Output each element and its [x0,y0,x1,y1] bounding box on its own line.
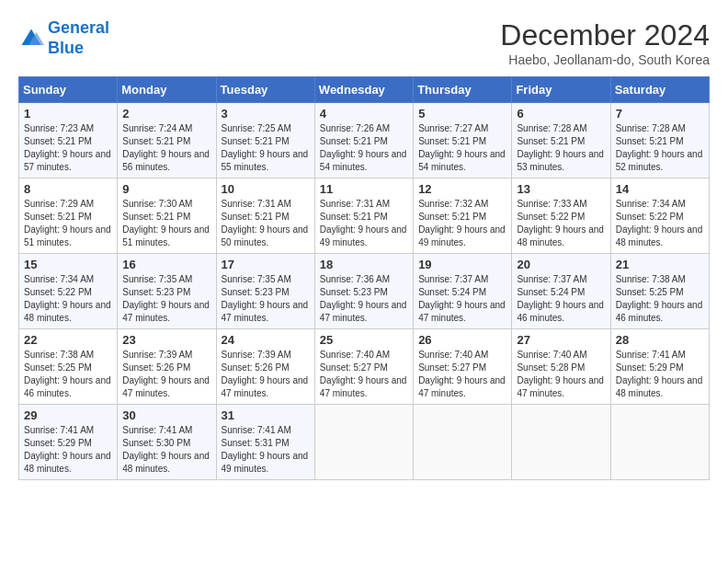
day-number: 15 [24,258,112,271]
logo-icon [18,26,44,52]
day-number: 7 [616,107,704,121]
day-header-thursday: Thursday [414,77,512,103]
day-number: 23 [122,333,210,347]
day-content: Sunrise: 7:38 AMSunset: 5:25 PMDaylight:… [24,349,112,400]
calendar-cell: 23Sunrise: 7:39 AMSunset: 5:26 PMDayligh… [118,329,216,405]
day-content: Sunrise: 7:35 AMSunset: 5:23 PMDaylight:… [122,273,210,325]
calendar-cell: 12Sunrise: 7:32 AMSunset: 5:21 PMDayligh… [414,178,512,254]
logo-line1: General [48,18,109,37]
calendar-cell: 29Sunrise: 7:41 AMSunset: 5:29 PMDayligh… [19,405,118,480]
calendar-cell: 4Sunrise: 7:26 AMSunset: 5:21 PMDaylight… [314,103,413,178]
day-content: Sunrise: 7:31 AMSunset: 5:21 PMDaylight:… [222,198,310,249]
calendar-cell: 8Sunrise: 7:29 AMSunset: 5:21 PMDaylight… [19,178,118,254]
day-content: Sunrise: 7:24 AMSunset: 5:21 PMDaylight:… [122,122,210,174]
day-number: 14 [616,182,704,196]
day-header-saturday: Saturday [610,77,709,103]
calendar-cell: 17Sunrise: 7:35 AMSunset: 5:23 PMDayligh… [216,254,314,329]
day-content: Sunrise: 7:28 AMSunset: 5:21 PMDaylight:… [517,122,605,174]
calendar-cell: 16Sunrise: 7:35 AMSunset: 5:23 PMDayligh… [118,254,216,329]
day-content: Sunrise: 7:37 AMSunset: 5:24 PMDaylight:… [418,273,506,325]
calendar-cell: 30Sunrise: 7:41 AMSunset: 5:30 PMDayligh… [118,405,216,480]
day-number: 8 [24,182,112,196]
day-number: 26 [418,333,506,347]
day-content: Sunrise: 7:35 AMSunset: 5:23 PMDaylight:… [222,273,310,325]
calendar-cell: 10Sunrise: 7:31 AMSunset: 5:21 PMDayligh… [216,178,314,254]
day-number: 21 [616,258,704,271]
calendar-cell: 27Sunrise: 7:40 AMSunset: 5:28 PMDayligh… [512,329,610,405]
day-number: 22 [24,333,112,347]
day-number: 28 [616,333,704,347]
day-number: 20 [517,258,605,271]
calendar-cell: 21Sunrise: 7:38 AMSunset: 5:25 PMDayligh… [610,254,709,329]
day-number: 9 [122,182,210,196]
day-number: 4 [320,107,408,121]
day-number: 13 [517,182,605,196]
day-content: Sunrise: 7:39 AMSunset: 5:26 PMDaylight:… [122,349,210,400]
day-content: Sunrise: 7:34 AMSunset: 5:22 PMDaylight:… [24,273,112,325]
day-number: 1 [24,107,112,121]
day-content: Sunrise: 7:38 AMSunset: 5:25 PMDaylight:… [616,273,704,325]
calendar-cell: 24Sunrise: 7:39 AMSunset: 5:26 PMDayligh… [216,329,314,405]
location-subtitle: Haebo, Jeollanam-do, South Korea [500,52,710,67]
calendar-cell [414,405,512,480]
day-header-tuesday: Tuesday [216,77,314,103]
day-number: 10 [222,182,310,196]
day-number: 19 [418,258,506,271]
calendar-cell: 28Sunrise: 7:41 AMSunset: 5:29 PMDayligh… [610,329,709,405]
logo-text: General Blue [48,18,109,58]
day-header-monday: Monday [118,77,216,103]
logo-line2: Blue [48,39,109,59]
day-content: Sunrise: 7:40 AMSunset: 5:28 PMDaylight:… [517,349,605,400]
calendar-cell: 7Sunrise: 7:28 AMSunset: 5:21 PMDaylight… [610,103,709,178]
day-content: Sunrise: 7:41 AMSunset: 5:30 PMDaylight:… [122,424,210,476]
logo: General Blue [18,18,109,58]
day-header-friday: Friday [512,77,610,103]
calendar-header: SundayMondayTuesdayWednesdayThursdayFrid… [19,77,710,103]
day-content: Sunrise: 7:39 AMSunset: 5:26 PMDaylight:… [222,349,310,400]
day-content: Sunrise: 7:30 AMSunset: 5:21 PMDaylight:… [122,198,210,249]
day-content: Sunrise: 7:34 AMSunset: 5:22 PMDaylight:… [616,198,704,249]
calendar-cell: 19Sunrise: 7:37 AMSunset: 5:24 PMDayligh… [414,254,512,329]
day-number: 6 [517,107,605,121]
week-row-2: 8Sunrise: 7:29 AMSunset: 5:21 PMDaylight… [19,178,710,254]
calendar-cell: 13Sunrise: 7:33 AMSunset: 5:22 PMDayligh… [512,178,610,254]
day-content: Sunrise: 7:41 AMSunset: 5:29 PMDaylight:… [616,349,704,400]
day-number: 30 [122,408,210,422]
calendar-cell: 14Sunrise: 7:34 AMSunset: 5:22 PMDayligh… [610,178,709,254]
day-content: Sunrise: 7:33 AMSunset: 5:22 PMDaylight:… [517,198,605,249]
calendar-cell: 9Sunrise: 7:30 AMSunset: 5:21 PMDaylight… [118,178,216,254]
day-content: Sunrise: 7:27 AMSunset: 5:21 PMDaylight:… [418,122,506,174]
day-number: 12 [418,182,506,196]
calendar-cell: 20Sunrise: 7:37 AMSunset: 5:24 PMDayligh… [512,254,610,329]
day-content: Sunrise: 7:23 AMSunset: 5:21 PMDaylight:… [24,122,112,174]
day-number: 25 [320,333,408,347]
week-row-3: 15Sunrise: 7:34 AMSunset: 5:22 PMDayligh… [19,254,710,329]
day-number: 16 [122,258,210,271]
header-row: SundayMondayTuesdayWednesdayThursdayFrid… [19,77,710,103]
day-content: Sunrise: 7:29 AMSunset: 5:21 PMDaylight:… [24,198,112,249]
week-row-1: 1Sunrise: 7:23 AMSunset: 5:21 PMDaylight… [19,103,710,178]
day-number: 29 [24,408,112,422]
calendar-cell: 1Sunrise: 7:23 AMSunset: 5:21 PMDaylight… [19,103,118,178]
calendar-cell: 15Sunrise: 7:34 AMSunset: 5:22 PMDayligh… [19,254,118,329]
calendar-cell: 2Sunrise: 7:24 AMSunset: 5:21 PMDaylight… [118,103,216,178]
calendar-cell: 25Sunrise: 7:40 AMSunset: 5:27 PMDayligh… [314,329,413,405]
day-number: 5 [418,107,506,121]
day-content: Sunrise: 7:40 AMSunset: 5:27 PMDaylight:… [320,349,408,400]
day-content: Sunrise: 7:40 AMSunset: 5:27 PMDaylight:… [418,349,506,400]
month-title: December 2024 [500,18,710,52]
day-number: 11 [320,182,408,196]
calendar-body: 1Sunrise: 7:23 AMSunset: 5:21 PMDaylight… [19,103,710,480]
day-header-wednesday: Wednesday [314,77,413,103]
calendar-cell: 6Sunrise: 7:28 AMSunset: 5:21 PMDaylight… [512,103,610,178]
title-block: December 2024 Haebo, Jeollanam-do, South… [500,18,710,67]
calendar-cell: 26Sunrise: 7:40 AMSunset: 5:27 PMDayligh… [414,329,512,405]
day-header-sunday: Sunday [19,77,118,103]
calendar-cell [610,405,709,480]
day-number: 3 [222,107,310,121]
day-content: Sunrise: 7:31 AMSunset: 5:21 PMDaylight:… [320,198,408,249]
calendar-cell: 11Sunrise: 7:31 AMSunset: 5:21 PMDayligh… [314,178,413,254]
calendar-table: SundayMondayTuesdayWednesdayThursdayFrid… [18,76,710,480]
calendar-cell: 3Sunrise: 7:25 AMSunset: 5:21 PMDaylight… [216,103,314,178]
calendar-cell: 31Sunrise: 7:41 AMSunset: 5:31 PMDayligh… [216,405,314,480]
